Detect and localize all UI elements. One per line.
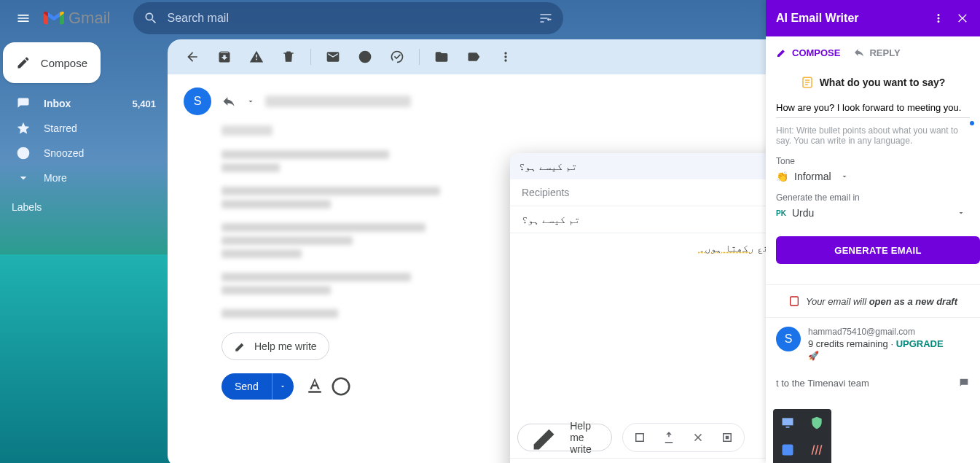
salutation-redacted — [222, 125, 273, 136]
suggest-2-icon[interactable] — [656, 425, 681, 450]
magic-pen-icon — [530, 421, 562, 454]
tray-stripe-icon — [810, 443, 824, 457]
tone-value: Informal — [794, 171, 831, 182]
chevron-down-icon — [957, 209, 965, 217]
timenavi-text: t to the Timenavi team — [776, 378, 869, 389]
delete-button[interactable] — [274, 44, 303, 70]
gmail-logo: Gmail — [44, 9, 110, 28]
archive-button[interactable] — [210, 44, 239, 70]
search-bar[interactable] — [133, 2, 563, 34]
compose-button[interactable]: Compose — [3, 42, 101, 83]
sender-redacted — [265, 96, 411, 107]
snooze-button[interactable] — [350, 44, 380, 70]
emoji-button[interactable] — [330, 376, 352, 397]
sidebar-item-starred[interactable]: Starred — [0, 117, 168, 140]
tab-compose[interactable]: COMPOSE — [776, 47, 840, 58]
tray-app-icon — [780, 443, 795, 457]
account-email: hammad75410@gmail.com — [808, 327, 944, 337]
compose-help-write-label: Help me write — [570, 420, 599, 455]
search-icon — [144, 11, 158, 26]
svg-rect-12 — [786, 427, 790, 428]
send-options-caret[interactable] — [272, 373, 294, 400]
back-button[interactable] — [178, 44, 207, 70]
panel-account-avatar: S — [776, 327, 801, 351]
chevron-down-icon — [840, 172, 849, 181]
panel-question: What do you want to say? — [820, 77, 946, 88]
tray-shield-icon — [810, 416, 824, 430]
main-menu-button[interactable] — [9, 4, 38, 33]
mark-unread-button[interactable] — [318, 44, 348, 70]
compose-tab-icon — [776, 47, 788, 58]
star-icon — [16, 121, 31, 136]
panel-prompt-input[interactable] — [776, 99, 970, 118]
inbox-label: Inbox — [44, 98, 71, 109]
compose-label: Compose — [41, 57, 87, 69]
upgrade-link[interactable]: UPGRADE — [896, 338, 944, 349]
gmail-logo-text: Gmail — [68, 9, 110, 28]
labels-button[interactable] — [459, 44, 488, 70]
sidebar-item-more[interactable]: More — [0, 166, 168, 190]
credits-text: 9 credits remaining · — [808, 338, 896, 349]
spam-button[interactable] — [242, 44, 271, 70]
open-prefix: Your email will — [806, 296, 869, 307]
more-button[interactable] — [491, 44, 520, 70]
open-bold: open as a new draft — [869, 296, 957, 307]
tone-emoji-icon: 👏 — [776, 171, 788, 182]
tab-reply[interactable]: REPLY — [853, 47, 900, 58]
generate-email-button[interactable]: GENERATE EMAIL — [776, 236, 980, 264]
tone-label: Tone — [766, 146, 980, 169]
add-task-button[interactable] — [383, 44, 412, 70]
inbox-count: 5,401 — [132, 98, 156, 109]
svg-rect-2 — [635, 434, 643, 442]
compose-help-write-button[interactable]: Help me write — [517, 424, 612, 451]
pencil-icon — [16, 55, 31, 71]
svg-rect-13 — [783, 444, 793, 455]
tab-compose-label: COMPOSE — [792, 47, 840, 58]
compose-subject-title: تم کیسے ہو؟ — [519, 160, 577, 172]
sidebar-item-inbox[interactable]: Inbox 5,401 — [0, 92, 168, 115]
svg-rect-11 — [783, 418, 793, 425]
panel-title: AI Email Writer — [776, 12, 859, 25]
svg-point-1 — [332, 378, 349, 395]
starred-label: Starred — [44, 122, 77, 134]
search-input[interactable] — [158, 12, 538, 25]
chat-icon[interactable] — [958, 377, 970, 389]
inbox-icon — [16, 96, 31, 111]
tray-monitor-icon — [780, 416, 795, 430]
chevron-down-icon — [16, 171, 31, 185]
reply-icon[interactable] — [222, 94, 236, 109]
sidebar-item-snoozed[interactable]: Snoozed — [0, 141, 168, 165]
lang-flag: PK — [776, 209, 786, 217]
suggest-4-icon[interactable] — [715, 425, 740, 450]
lang-value: Urdu — [792, 207, 814, 219]
system-tray-overlay — [773, 409, 831, 463]
body-underlined: رکھتا ہوں۔ — [699, 242, 754, 254]
send-button[interactable]: Send — [222, 373, 294, 400]
tone-select[interactable]: 👏 Informal — [776, 171, 970, 182]
tab-reply-label: REPLY — [869, 47, 900, 58]
svg-rect-10 — [791, 297, 799, 306]
reply-tab-icon — [853, 47, 865, 58]
snoozed-label: Snoozed — [44, 147, 84, 159]
search-options-icon[interactable] — [538, 11, 553, 26]
clock-icon — [16, 146, 31, 160]
labels-header: Labels — [0, 191, 168, 213]
move-button[interactable] — [427, 44, 456, 70]
language-select[interactable]: PK Urdu — [776, 207, 970, 219]
more-label: More — [44, 172, 67, 184]
suggest-1-icon[interactable] — [627, 425, 652, 450]
text-format-button[interactable] — [304, 376, 326, 397]
help-me-write-button[interactable]: Help me write — [222, 332, 329, 360]
send-label: Send — [222, 381, 272, 392]
suggest-3-icon[interactable] — [686, 425, 710, 450]
lang-label: Generate the email in — [766, 182, 980, 206]
reply-caret-icon[interactable] — [246, 94, 255, 109]
panel-hint: Hint: Write bullet points about what you… — [766, 122, 980, 146]
panel-menu-icon[interactable] — [932, 12, 945, 25]
sender-avatar: S — [184, 87, 211, 115]
magic-pen-icon — [234, 340, 247, 353]
note-icon — [801, 76, 814, 89]
draft-icon — [788, 295, 800, 307]
help-me-write-label: Help me write — [254, 341, 317, 352]
panel-close-icon[interactable] — [957, 12, 970, 25]
